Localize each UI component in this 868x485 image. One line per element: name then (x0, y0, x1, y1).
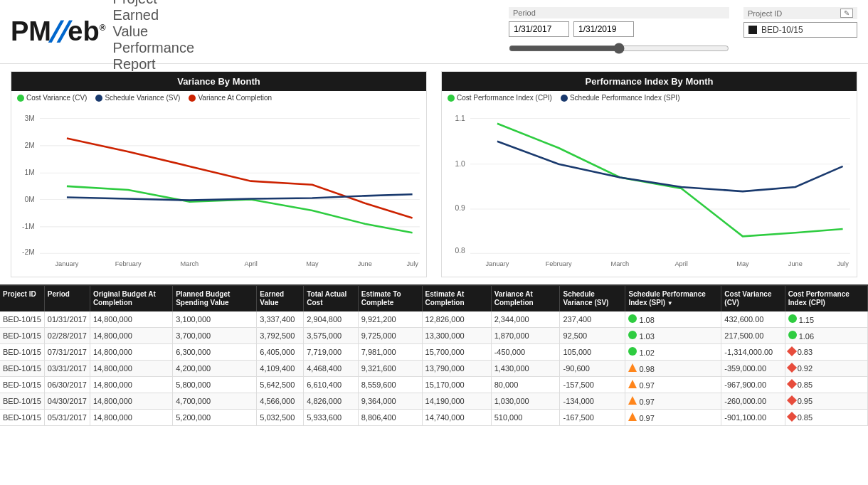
cell-estimate-at: 15,170,000 (422, 377, 491, 393)
cell-period: 02/28/2017 (44, 328, 90, 344)
date-start-input[interactable] (509, 21, 569, 37)
cell-estimate-complete: 9,921,200 (358, 311, 422, 328)
cell-variance-at: -450,000 (491, 344, 560, 361)
cell-schedule-variance: -167,500 (560, 410, 625, 426)
cell-estimate-complete: 8,559,600 (358, 377, 422, 393)
status-icon-orange (628, 412, 637, 421)
cell-schedule-variance: 105,000 (560, 344, 625, 361)
performance-chart-body: 1.1 1.0 0.9 0.8 January February March A… (442, 105, 857, 272)
cell-total-actual: 7,719,000 (304, 344, 358, 361)
slider-container (509, 43, 729, 56)
cell-planned-budget: 5,200,000 (173, 410, 257, 426)
cell-total-actual: 4,468,400 (304, 361, 358, 377)
svg-text:0.8: 0.8 (455, 247, 465, 255)
cell-original-budget: 14,800,000 (90, 410, 172, 426)
cell-earned-value: 5,642,500 (257, 377, 304, 393)
table-row: BED-10/15 04/30/2017 14,800,000 4,700,00… (0, 393, 868, 410)
variance-svg: 3M 2M 1M 0M -1M -2M January February Mar… (14, 107, 423, 270)
status-icon-red (787, 346, 797, 356)
cell-original-budget: 14,800,000 (90, 361, 172, 377)
status-icon-green (788, 331, 797, 339)
table-header-row: Project ID Period Original Budget At Com… (0, 286, 868, 311)
cell-period: 01/31/2017 (44, 311, 90, 328)
cell-planned-budget: 3,100,000 (173, 311, 257, 328)
cell-earned-value: 3,792,500 (257, 328, 304, 344)
legend-spi: Schedule Performance Index (SPI) (561, 94, 680, 102)
cell-spi: 0.98 (625, 361, 721, 377)
legend-vac: Variance At Completion (189, 94, 272, 102)
cell-schedule-variance: -134,000 (560, 393, 625, 410)
legend-cpi: Cost Performance Index (CPI) (448, 94, 552, 102)
cell-period: 04/30/2017 (44, 393, 90, 410)
cell-cpi: 0.92 (785, 361, 867, 377)
status-icon-green (628, 331, 637, 339)
edit-icon[interactable]: ✎ (840, 9, 853, 18)
legend-cv: Cost Variance (CV) (17, 94, 87, 102)
cell-estimate-complete: 9,725,000 (358, 328, 422, 344)
svg-text:March: March (611, 260, 630, 267)
status-icon-green (788, 314, 797, 323)
cell-estimate-complete: 8,806,400 (358, 410, 422, 426)
cell-cost-variance: 432,600.00 (721, 311, 785, 328)
cell-total-actual: 2,904,800 (304, 311, 358, 328)
cell-cost-variance: -260,000.00 (721, 393, 785, 410)
cell-period: 07/31/2017 (44, 344, 90, 361)
project-id-group: Project ID ✎ BED-10/15 (743, 7, 857, 38)
spi-sort-arrow: ▼ (667, 300, 673, 307)
logo-web: eb® (68, 16, 105, 47)
cell-spi: 1.08 (625, 311, 721, 328)
cell-planned-budget: 5,800,000 (173, 377, 257, 393)
table-row: BED-10/15 02/28/2017 14,800,000 3,700,00… (0, 328, 868, 344)
svg-text:1.1: 1.1 (455, 114, 465, 122)
cell-estimate-at: 13,790,000 (422, 361, 491, 377)
cell-estimate-at: 15,700,000 (422, 344, 491, 361)
status-icon-red (787, 363, 797, 373)
cell-cost-variance: 217,500.00 (721, 328, 785, 344)
variance-chart: Variance By Month Cost Variance (CV) Sch… (11, 71, 427, 277)
cell-period: 05/31/2017 (44, 410, 90, 426)
table-row: BED-10/15 07/31/2017 14,800,000 6,300,00… (0, 344, 868, 361)
col-schedule-variance: Schedule Variance (SV) (560, 286, 625, 311)
col-period: Period (44, 286, 90, 311)
header-controls: Period Project ID ✎ BED-10/15 (509, 7, 857, 56)
cell-planned-budget: 6,300,000 (173, 344, 257, 361)
charts-area: Variance By Month Cost Variance (CV) Sch… (0, 64, 868, 284)
status-icon-orange (628, 363, 637, 372)
col-project-id: Project ID (0, 286, 44, 311)
cell-cpi: 0.95 (785, 393, 867, 410)
variance-chart-title: Variance By Month (11, 72, 426, 91)
cpi-dot (448, 95, 455, 102)
col-total-actual: Total Actual Cost (304, 286, 358, 311)
svg-text:0.9: 0.9 (455, 204, 465, 212)
logo-pm: PM (11, 16, 51, 47)
cell-period: 03/31/2017 (44, 361, 90, 377)
cell-original-budget: 14,800,000 (90, 393, 172, 410)
performance-chart: Performance Index By Month Cost Performa… (441, 71, 857, 277)
date-end-input[interactable] (573, 21, 634, 37)
cell-cost-variance: -1,314,000.00 (721, 344, 785, 361)
cpi-label: Cost Performance Index (CPI) (457, 94, 552, 102)
cell-earned-value: 4,566,000 (257, 393, 304, 410)
data-table-area[interactable]: Project ID Period Original Budget At Com… (0, 284, 868, 427)
col-planned-budget: Planned Budget Spending Value (173, 286, 257, 311)
cell-project-id: BED-10/15 (0, 377, 44, 393)
svg-text:-1M: -1M (22, 223, 35, 230)
svg-text:June: June (788, 260, 803, 267)
col-spi[interactable]: Schedule Performance Index (SPI) ▼ (625, 286, 721, 311)
period-slider[interactable] (509, 43, 729, 54)
cell-total-actual: 6,610,400 (304, 377, 358, 393)
cell-cpi: 0.83 (785, 344, 867, 361)
project-color-swatch (748, 26, 757, 34)
cell-spi: 1.02 (625, 344, 721, 361)
svg-text:June: June (358, 260, 372, 267)
cell-original-budget: 14,800,000 (90, 377, 172, 393)
cell-estimate-complete: 7,981,000 (358, 344, 422, 361)
variance-legend: Cost Variance (CV) Schedule Variance (SV… (11, 91, 426, 105)
cell-estimate-at: 13,300,000 (422, 328, 491, 344)
vac-label: Variance At Completion (198, 94, 272, 102)
cell-schedule-variance: -157,500 (560, 377, 625, 393)
cell-cost-variance: -359,000.00 (721, 361, 785, 377)
svg-text:February: February (546, 260, 572, 267)
data-table: Project ID Period Original Budget At Com… (0, 286, 868, 426)
col-estimate-at: Estimate At Completion (422, 286, 491, 311)
